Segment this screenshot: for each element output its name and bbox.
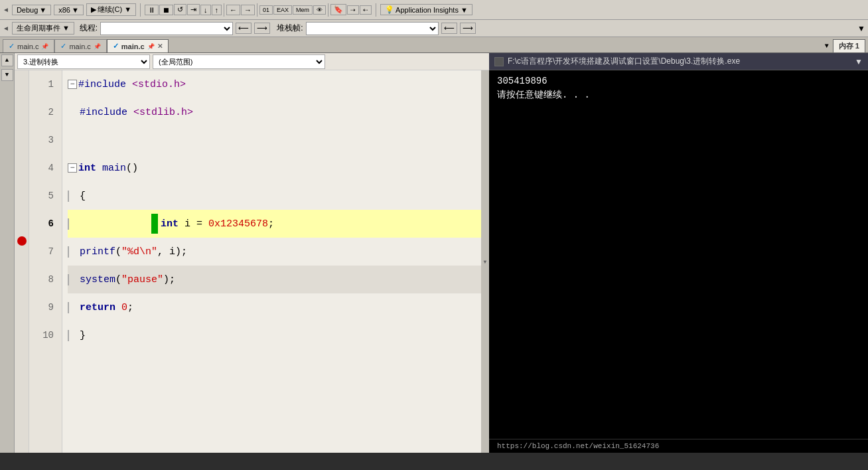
tab-icon-2: ✓ [60, 42, 66, 50]
line-num-9: 9 [29, 293, 58, 321]
toolbar-icons: ⏸ ⏹ ↺ ⇥ ↓ ↑ ← → 01 EAX Mem 👁 🔖 ⇢ ⇠ [145, 3, 372, 17]
thread-arrow1[interactable]: ⟵ [236, 23, 252, 34]
tab-memory[interactable]: 内存 1 [833, 39, 865, 52]
footer-url: https://blog.csdn.net/weixin_51624736 [497, 442, 659, 450]
app-insights-button[interactable]: 💡 Application Insights ▼ [380, 4, 472, 15]
pp-line1: #include [78, 79, 132, 90]
console-panel: F:\c语言程序\开发环境搭建及调试窗口设置\Debug\3.进制转换.exe … [489, 53, 868, 453]
plain-9 [115, 302, 121, 313]
paren-8a: ( [115, 274, 121, 285]
code-line-6: int i = 0x12345678; [68, 210, 481, 238]
kw-int-6: int [161, 218, 179, 230]
code-line-3 [68, 126, 481, 154]
step-out-button[interactable]: ↑ [212, 5, 222, 15]
step-forward-button[interactable]: ⇥ [187, 4, 200, 15]
lifecycle-button[interactable]: 生命周期事件 ▼ [12, 22, 74, 35]
console-expand[interactable]: ▼ [855, 57, 863, 66]
regs-button[interactable]: EAX [273, 5, 292, 15]
step-into-button[interactable]: ↓ [200, 5, 211, 15]
far-left-up[interactable]: ▲ [1, 54, 13, 66]
bookmark3-button[interactable]: ⇠ [360, 5, 372, 15]
thread-arrow2[interactable]: ⟶ [254, 23, 270, 34]
kw-return-9: return [80, 302, 115, 313]
callstack-arrow1[interactable]: ⟵ [441, 23, 457, 34]
fold-line4[interactable]: − [68, 163, 77, 173]
far-left-down[interactable]: ▼ [1, 69, 13, 81]
str-7: "%d\n" [121, 246, 157, 258]
fn-4: main [102, 163, 126, 174]
tab-pin-2: 📌 [94, 43, 101, 50]
tab-main-2[interactable]: ✓ main.c 📌 [54, 39, 106, 52]
tab-pin-3: 📌 [147, 43, 155, 50]
bookmark2-button[interactable]: ⇢ [347, 5, 359, 15]
inc-line2: <stdlib.h> [133, 107, 193, 118]
code-content[interactable]: −#include <stdio.h> #include <stdlib.h> … [62, 70, 481, 453]
toolbar-expand[interactable]: ▼ [857, 24, 865, 33]
scope-dropdown[interactable]: (全局范围) [153, 54, 325, 69]
restart-button[interactable]: ↺ [174, 4, 186, 15]
console-output-line2: 请按任意键继续. . . [497, 89, 860, 101]
callstack-label: 堆栈帧: [277, 23, 303, 34]
location-bar: 3.进制转换 (全局范围) [15, 53, 489, 70]
tab-icon-1: ✓ [9, 42, 15, 50]
line-num-4: 4 [29, 154, 58, 182]
bookmark-button[interactable]: 🔖 [330, 4, 346, 15]
fn-printf-7: printf [80, 246, 115, 258]
str-8: "pause" [121, 274, 163, 285]
left-arrow2-icon: ◄ [3, 25, 9, 32]
console-app-icon [494, 57, 504, 66]
stop-button[interactable]: ⏹ [159, 5, 173, 15]
lifecycle-label: 生命周期事件 ▼ [17, 23, 70, 33]
tab-dropdown-arrow[interactable]: ▼ [822, 42, 832, 50]
callstack-dropdown[interactable] [306, 22, 439, 35]
tab-main-3[interactable]: ✓ main.c 📌 ✕ [107, 39, 169, 52]
pause-button[interactable]: ⏸ [145, 5, 159, 15]
paren-7a: ( [115, 246, 121, 258]
brace-5: { [80, 191, 86, 202]
nav-back-button[interactable]: ← [226, 5, 240, 15]
console-footer: https://blog.csdn.net/weixin_51624736 [489, 439, 868, 453]
tab-main-1[interactable]: ✓ main.c 📌 [3, 39, 54, 52]
thread-label: 线程: [80, 23, 98, 34]
kw-int-4: int [78, 163, 96, 174]
code-line-1: −#include <stdio.h> [68, 70, 481, 98]
arch-dropdown-arrow: ▼ [72, 6, 79, 14]
line-num-1: 1 [29, 70, 58, 98]
file-scope-dropdown[interactable]: 3.进制转换 [17, 54, 150, 69]
tab-close-3[interactable]: ✕ [157, 42, 163, 50]
callstack-arrow2[interactable]: ⟶ [460, 23, 476, 34]
mem-button[interactable]: Mem [293, 5, 313, 15]
debug-dropdown[interactable]: Debug ▼ [12, 5, 51, 15]
sep2 [224, 3, 224, 17]
line-num-7: 7 [29, 238, 58, 266]
sep5 [376, 3, 376, 17]
tab-pin-1: 📌 [41, 43, 48, 50]
line-num-6: 6 [29, 210, 58, 238]
nav-fwd-button[interactable]: → [241, 5, 255, 15]
code-line-2: #include <stdlib.h> [68, 98, 481, 126]
tab-label-2: main.c [69, 42, 90, 50]
breakpoint-line6[interactable] [17, 236, 27, 246]
continue-button[interactable]: ▶ 继续(C) ▼ [86, 3, 136, 16]
line-num-2: 2 [29, 98, 58, 126]
left-margin [15, 70, 29, 453]
brace-10: } [80, 330, 86, 341]
line-num-3: 3 [29, 126, 58, 154]
disasm-button[interactable]: 01 [259, 5, 273, 15]
console-output-line1: 305419896 [497, 76, 860, 86]
continue-label: 继续(C) ▼ [98, 5, 131, 15]
num-9: 0 [121, 302, 127, 313]
sep4 [328, 3, 328, 17]
far-left-panel: ▲ ▼ [0, 53, 15, 453]
code-line-8: system("pause"); [68, 266, 481, 293]
thread-dropdown[interactable] [100, 22, 233, 35]
line-numbers: 1 2 3 4 5 6 7 8 9 10 [29, 70, 62, 453]
tab-label-3: main.c [121, 42, 145, 50]
editor-expand-arrow[interactable]: ▼ [481, 70, 489, 453]
main-area: ▲ ▼ 3.进制转换 (全局范围) 1 2 3 4 [0, 53, 868, 453]
arch-dropdown[interactable]: x86 ▼ [54, 5, 84, 15]
plain-6a: i = [179, 218, 208, 230]
debug-dropdown-arrow: ▼ [39, 6, 46, 14]
watch-button[interactable]: 👁 [313, 5, 326, 15]
fold-line1[interactable]: − [68, 80, 77, 89]
